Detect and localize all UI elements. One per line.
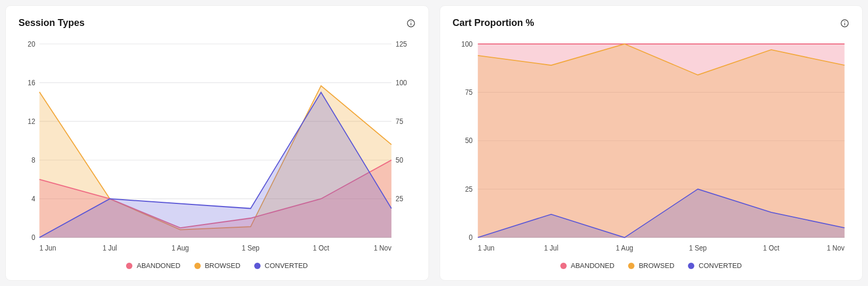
legend-item-abandoned[interactable]: ABANDONED [126,262,180,270]
dot-icon [628,263,634,269]
svg-text:75: 75 [396,117,404,126]
svg-point-2 [410,21,411,22]
card-header: Cart Proportion % [453,17,850,29]
chart-area: 02550751001 Jun1 Jul1 Aug1 Sep1 Oct1 Nov [453,39,850,254]
legend-label: BROWSED [205,262,240,270]
legend-label: CONVERTED [699,262,741,270]
dot-icon [688,263,694,269]
legend: ABANDONED BROWSED CONVERTED [19,262,416,270]
svg-text:16: 16 [28,78,35,87]
svg-text:100: 100 [461,40,473,48]
legend-item-converted[interactable]: CONVERTED [254,262,308,270]
svg-text:1 Sep: 1 Sep [688,244,706,252]
svg-text:1 Jun: 1 Jun [39,244,56,252]
chart-area: 0481216202550751001251 Jun1 Jul1 Aug1 Se… [19,39,416,254]
svg-text:1 Oct: 1 Oct [313,244,329,252]
svg-text:25: 25 [465,185,473,193]
panel-cart-proportion: Cart Proportion % 02550751001 Jun1 Jul1 … [440,5,863,281]
info-icon[interactable] [840,19,849,28]
svg-text:25: 25 [396,194,404,203]
panel-session-types: Session Types 0481216202550751001251 Jun… [5,5,429,281]
svg-text:50: 50 [396,156,404,164]
legend-item-abandoned[interactable]: ABANDONED [560,262,614,270]
legend-item-browsed[interactable]: BROWSED [194,262,240,270]
svg-text:1 Nov: 1 Nov [374,244,392,252]
svg-text:0: 0 [31,233,35,242]
svg-text:1 Jul: 1 Jul [103,244,117,252]
card-header: Session Types [19,17,416,29]
svg-text:1 Jun: 1 Jun [478,244,494,252]
svg-point-28 [844,21,845,22]
dot-icon [254,263,261,269]
card-title: Cart Proportion % [453,17,534,29]
svg-text:75: 75 [465,88,473,96]
legend-item-browsed[interactable]: BROWSED [628,262,674,270]
legend: ABANDONED BROWSED CONVERTED [453,262,850,270]
card-title: Session Types [19,17,85,29]
svg-text:50: 50 [465,136,473,145]
svg-text:12: 12 [28,117,35,126]
legend-item-converted[interactable]: CONVERTED [688,262,741,270]
dot-icon [560,263,567,269]
svg-text:0: 0 [469,233,472,242]
svg-text:20: 20 [28,40,35,48]
legend-label: ABANDONED [571,262,614,270]
svg-text:1 Aug: 1 Aug [615,244,633,252]
svg-text:8: 8 [31,156,35,164]
svg-text:1 Jul: 1 Jul [544,244,558,252]
svg-text:100: 100 [396,78,407,87]
session-types-chart: 0481216202550751001251 Jun1 Jul1 Aug1 Se… [19,39,416,254]
svg-text:125: 125 [396,40,407,48]
info-icon[interactable] [406,19,416,28]
svg-text:1 Sep: 1 Sep [242,244,260,252]
svg-text:4: 4 [31,194,35,203]
svg-text:1 Nov: 1 Nov [827,244,845,252]
dot-icon [126,263,132,269]
legend-label: ABANDONED [137,262,180,270]
cart-proportion-chart: 02550751001 Jun1 Jul1 Aug1 Sep1 Oct1 Nov [453,39,850,254]
svg-text:1 Oct: 1 Oct [763,244,779,252]
legend-label: CONVERTED [265,262,308,270]
legend-label: BROWSED [639,262,674,270]
svg-text:1 Aug: 1 Aug [172,244,189,252]
dot-icon [194,263,201,269]
